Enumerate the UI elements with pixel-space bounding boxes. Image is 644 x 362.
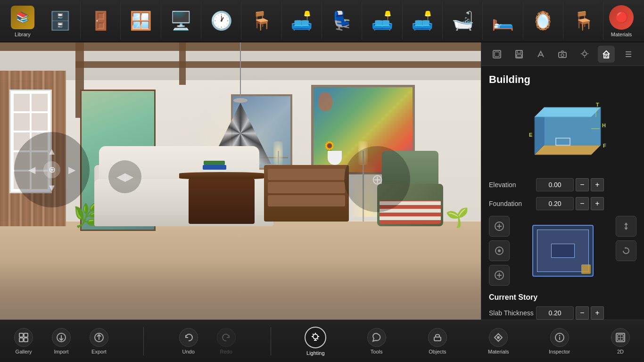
orbit-control[interactable]: ⊕ bbox=[344, 146, 410, 212]
redo-label: Redo bbox=[220, 349, 232, 354]
slab-decrease-button[interactable]: − bbox=[576, 306, 589, 320]
slab-thickness-input[interactable] bbox=[536, 306, 574, 320]
furniture-chair-red2[interactable]: 🪑 bbox=[563, 2, 603, 40]
elevation-input[interactable] bbox=[536, 178, 574, 191]
nav-center: ⊕ bbox=[43, 161, 60, 178]
home-icon bbox=[602, 49, 611, 59]
elevation-increase-button[interactable]: + bbox=[591, 178, 604, 191]
furniture-bed[interactable]: 🛏️ bbox=[483, 2, 523, 40]
materials-button[interactable]: 🔴 Materials bbox=[603, 2, 639, 40]
chair-red2-icon: 🪑 bbox=[572, 10, 594, 31]
viewport[interactable]: 🌿 🌱 bbox=[0, 42, 481, 321]
inspector-button[interactable]: Inspector bbox=[541, 322, 578, 360]
foundation-decrease-button[interactable]: − bbox=[576, 197, 589, 210]
import-button[interactable]: Import bbox=[42, 322, 80, 360]
move-control[interactable]: ◀▶ bbox=[108, 160, 141, 193]
library-icon: 📚 bbox=[11, 6, 34, 29]
add-building-button[interactable] bbox=[489, 216, 510, 237]
slab-increase-button[interactable]: + bbox=[591, 306, 604, 320]
2d-svg bbox=[615, 332, 626, 343]
camera-icon bbox=[558, 49, 567, 59]
bathtub-icon: 🛁 bbox=[452, 10, 474, 31]
undo-button[interactable]: Undo bbox=[170, 322, 207, 360]
room-diagram-svg: T H E F bbox=[516, 93, 610, 169]
furniture-tv[interactable]: 🖥️ bbox=[161, 2, 201, 40]
redo-button[interactable]: Redo bbox=[207, 322, 245, 360]
svg-marker-38 bbox=[624, 247, 626, 249]
tab-paint[interactable] bbox=[532, 46, 549, 63]
export-label: Export bbox=[91, 349, 107, 354]
furniture-dresser[interactable]: 🪞 bbox=[523, 2, 563, 40]
import-label: Import bbox=[54, 349, 68, 354]
furniture-clock[interactable]: 🕐 bbox=[201, 2, 241, 40]
current-story-title: Current Story bbox=[489, 293, 636, 302]
export-button[interactable]: Export bbox=[80, 322, 118, 360]
dresser-body bbox=[264, 165, 349, 222]
tab-select[interactable] bbox=[488, 46, 505, 63]
svg-marker-37 bbox=[624, 222, 628, 230]
floor-plan-thumbnail[interactable] bbox=[532, 225, 594, 277]
tab-home[interactable] bbox=[598, 46, 615, 63]
dresser-drawer-1 bbox=[268, 169, 345, 180]
svg-point-59 bbox=[559, 335, 560, 336]
tools-label: Tools bbox=[371, 349, 383, 354]
lighting-bulb-svg bbox=[310, 332, 321, 343]
furniture-bathtub[interactable]: 🛁 bbox=[443, 2, 483, 40]
tv-icon: 🖥️ bbox=[170, 10, 192, 31]
foundation-input[interactable] bbox=[536, 197, 574, 210]
lighting-icon bbox=[305, 327, 326, 348]
dresser[interactable] bbox=[264, 160, 349, 222]
elevation-row: Elevation − + bbox=[489, 178, 636, 191]
furniture-window[interactable]: 🪟 bbox=[121, 2, 161, 40]
add-building-icon bbox=[494, 221, 505, 232]
furniture-red-chair[interactable]: 🪑 bbox=[241, 2, 281, 40]
pink-chair-icon: 💺 bbox=[331, 10, 353, 31]
svg-point-47 bbox=[313, 334, 318, 339]
furniture-door[interactable]: 🚪 bbox=[81, 2, 121, 40]
svg-line-54 bbox=[318, 338, 318, 339]
furniture-pink-chair[interactable]: 💺 bbox=[322, 2, 362, 40]
undo-svg bbox=[183, 332, 194, 343]
gallery-button[interactable]: Gallery bbox=[5, 322, 42, 360]
right-panel: Building T H E F bbox=[481, 42, 644, 321]
tab-list[interactable] bbox=[620, 46, 637, 63]
furniture-yellow-sofa[interactable]: 🛋️ bbox=[403, 2, 443, 40]
move-button[interactable] bbox=[616, 216, 636, 237]
svg-point-8 bbox=[583, 52, 586, 56]
materials-bottom-icon bbox=[489, 328, 508, 347]
navigation-joystick[interactable]: ⊕ ▲ ▼ ◀ ▶ bbox=[14, 132, 90, 207]
2d-button[interactable]: 2D bbox=[602, 322, 639, 360]
furniture-pink-sofa[interactable]: 🛋️ bbox=[362, 2, 402, 40]
books bbox=[203, 158, 226, 170]
move-icon-btn bbox=[620, 221, 632, 232]
undo-icon bbox=[179, 328, 198, 347]
coffee-table[interactable] bbox=[179, 172, 264, 224]
svg-text:T: T bbox=[596, 102, 599, 107]
2d-icon bbox=[611, 328, 630, 347]
bottom-group-left: Gallery Import Export bbox=[5, 322, 118, 360]
svg-rect-14 bbox=[605, 56, 607, 58]
select-3d-button[interactable] bbox=[489, 240, 510, 261]
library-button[interactable]: 📚 Library bbox=[5, 2, 41, 40]
list-icon bbox=[624, 49, 633, 59]
svg-marker-21 bbox=[535, 107, 601, 117]
bottom-bar: Gallery Import Export Undo Redo bbox=[0, 320, 644, 362]
orbit-icon: ⊕ bbox=[372, 171, 383, 188]
svg-rect-55 bbox=[434, 337, 441, 341]
tab-light[interactable] bbox=[576, 46, 593, 63]
tools-svg bbox=[372, 332, 382, 343]
gallery-svg bbox=[18, 332, 29, 343]
tools-button[interactable]: Tools bbox=[358, 322, 396, 360]
materials-bottom-button[interactable]: Materials bbox=[479, 322, 517, 360]
furniture-bookshelf[interactable]: 🗄️ bbox=[41, 2, 81, 40]
furniture-yellow-armchair[interactable]: 🛋️ bbox=[282, 2, 322, 40]
rotate-button[interactable] bbox=[616, 240, 636, 261]
tab-save[interactable] bbox=[511, 46, 528, 63]
lighting-button[interactable]: Lighting bbox=[297, 322, 334, 360]
add-floor-button[interactable] bbox=[489, 265, 510, 286]
book-2 bbox=[204, 161, 225, 165]
elevation-decrease-button[interactable]: − bbox=[576, 178, 589, 191]
tab-camera[interactable] bbox=[554, 46, 571, 63]
foundation-increase-button[interactable]: + bbox=[591, 197, 604, 210]
objects-button[interactable]: Objects bbox=[419, 322, 456, 360]
